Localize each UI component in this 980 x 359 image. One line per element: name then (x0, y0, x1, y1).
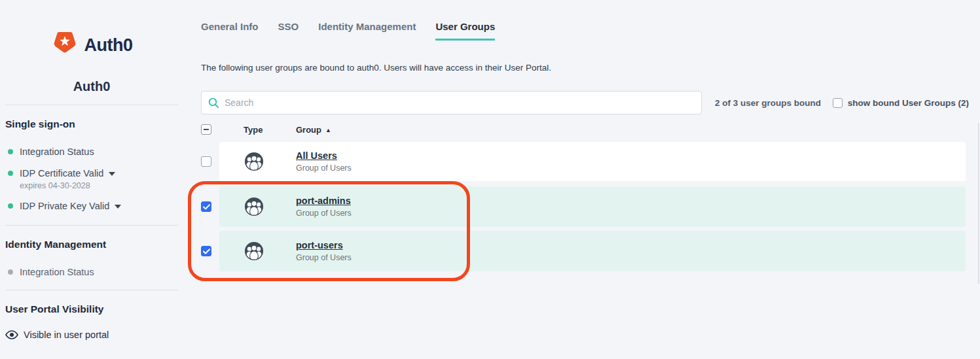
group-name-link[interactable]: port-users (296, 240, 352, 250)
sidebar-item-idp-certificate[interactable]: IDP Certificate Valid expires 04-30-2028 (5, 167, 178, 190)
portal-visibility-label: Visible in user portal (24, 330, 109, 340)
chevron-down-icon[interactable] (115, 205, 121, 209)
select-all-checkbox[interactable] (201, 124, 211, 135)
search-row: 2 of 3 user groups bound show bound User… (201, 91, 969, 114)
sidebar-item-idm-integration-status: Integration Status (5, 266, 178, 278)
table-header: Type Group▲ (201, 123, 966, 137)
status-gray-dot (8, 269, 13, 275)
row-checkbox-all-users[interactable] (201, 156, 211, 167)
group-type-label: Group of Users (296, 209, 352, 218)
group-type-label: Group of Users (296, 163, 352, 173)
tab-general-info[interactable]: General Info (201, 21, 259, 41)
check-icon (203, 248, 210, 254)
check-icon (203, 204, 210, 210)
search-input[interactable] (225, 97, 695, 108)
sidebar-item-label: Integration Status (20, 146, 94, 158)
column-header-group-label: Group (296, 125, 321, 135)
tab-identity-management[interactable]: Identity Management (318, 21, 416, 41)
portal-visibility-status: Visible in user portal (5, 330, 178, 340)
row-checkbox-port-users[interactable] (201, 246, 211, 256)
tab-user-groups[interactable]: User Groups (435, 21, 495, 41)
sort-ascending-icon: ▲ (325, 127, 331, 133)
group-of-users-avatar-icon (244, 241, 264, 261)
column-header-group[interactable]: Group▲ (296, 125, 331, 135)
chevron-down-icon[interactable] (109, 172, 115, 176)
page-description: The following user groups are bound to a… (201, 63, 551, 73)
tab-bar: General Info SSO Identity Management Use… (201, 21, 495, 41)
sidebar-divider (5, 105, 178, 105)
show-bound-checkbox[interactable] (833, 98, 843, 108)
group-type-label: Group of Users (296, 253, 352, 262)
status-green-dot (8, 149, 13, 154)
app-title: Auth0 (5, 79, 178, 94)
sidebar-item-idp-private-key[interactable]: IDP Private Key Valid (5, 200, 178, 212)
show-bound-label: show bound User Groups (2) (848, 98, 969, 108)
table-row: All Users Group of Users (201, 142, 966, 181)
search-icon (208, 97, 219, 109)
bound-summary-text: 2 of 3 user groups bound (715, 98, 821, 108)
group-name-link[interactable]: All Users (296, 150, 352, 161)
logo-wordmark: Auth0 (84, 35, 133, 56)
table-row: port-admins Group of Users (201, 186, 966, 227)
status-green-dot (8, 203, 13, 209)
group-card-port-users[interactable]: port-users Group of Users (219, 231, 966, 271)
sidebar-item-sso-integration-status: Integration Status (5, 146, 178, 158)
sidebar: Auth0 Auth0 Single sign-on Integration S… (0, 0, 183, 359)
sidebar-divider (5, 225, 178, 226)
certificate-expiry-text: expires 04-30-2028 (20, 181, 115, 190)
group-of-users-avatar-icon (244, 197, 264, 216)
group-name-link[interactable]: port-admins (296, 196, 352, 206)
column-header-type: Type (244, 125, 263, 135)
group-of-users-avatar-icon (244, 152, 264, 171)
group-card-all-users[interactable]: All Users Group of Users (219, 142, 966, 181)
section-title-user-portal-visibility: User Portal Visibility (5, 303, 178, 315)
sidebar-item-label: Integration Status (20, 266, 94, 278)
sidebar-item-label: IDP Certificate Valid (20, 168, 103, 179)
status-green-dot (8, 171, 13, 176)
section-title-identity-management: Identity Management (5, 239, 178, 250)
auth0-logo: Auth0 (5, 30, 178, 60)
section-title-sso: Single sign-on (5, 118, 178, 130)
sidebar-item-label: IDP Private Key Valid (20, 201, 109, 211)
auth0-shield-icon (51, 30, 79, 60)
show-bound-toggle[interactable]: show bound User Groups (2) (833, 98, 969, 108)
sidebar-divider (5, 290, 178, 290)
main-content: General Info SSO Identity Management Use… (201, 0, 969, 359)
table-scrollbar-track[interactable] (978, 123, 979, 284)
table-row: port-users Group of Users (201, 231, 966, 271)
tab-sso[interactable]: SSO (278, 21, 299, 41)
search-box[interactable] (201, 91, 702, 114)
row-checkbox-port-admins[interactable] (201, 201, 211, 212)
eye-icon (5, 330, 18, 339)
group-card-port-admins[interactable]: port-admins Group of Users (219, 186, 966, 227)
